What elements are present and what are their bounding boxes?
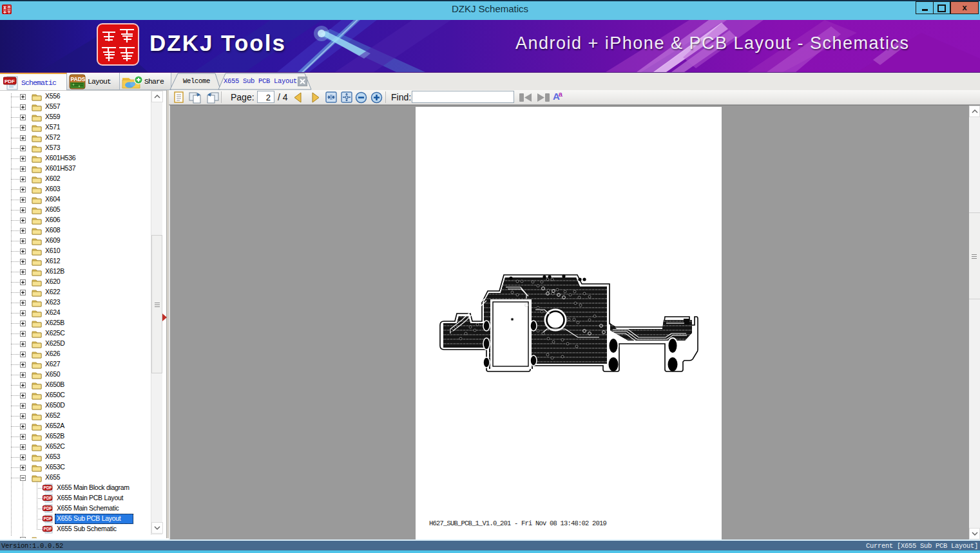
svg-text:PDF: PDF xyxy=(5,79,15,84)
svg-text:PDF: PDF xyxy=(44,485,52,490)
svg-text:PDF: PDF xyxy=(44,516,52,521)
svg-text:PDF: PDF xyxy=(44,527,52,531)
svg-text:PDF: PDF xyxy=(44,496,52,500)
svg-text:PADS: PADS xyxy=(71,76,86,82)
svg-text:PDF: PDF xyxy=(44,506,52,511)
